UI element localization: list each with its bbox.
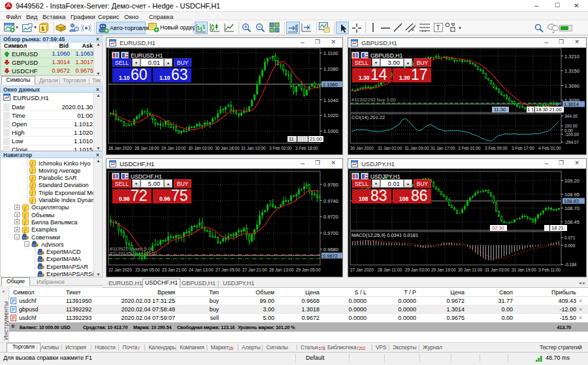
svg-text:02:30: 02:30	[492, 225, 504, 231]
svg-text:4 Feb 01:00: 4 Feb 01:00	[538, 146, 561, 150]
svg-text:T: T	[436, 24, 440, 31]
svg-text:11:30: 11:30	[494, 107, 506, 113]
svg-text:27 Jan 21:00: 27 Jan 21:00	[242, 268, 267, 272]
svg-text:-100.00: -100.00	[564, 132, 579, 137]
svg-text:344.00: 344.00	[564, 114, 578, 118]
svg-text:3 Feb 09:00: 3 Feb 09:00	[485, 146, 508, 150]
svg-text:29 Jan 05:00: 29 Jan 05:00	[296, 268, 321, 272]
svg-text:28 Jan 11:00: 28 Jan 11:00	[378, 268, 402, 272]
svg-text:31 Jan 17:00: 31 Jan 17:00	[431, 146, 455, 150]
svg-text:0.000: 0.000	[564, 243, 576, 248]
svg-text:1.1100: 1.1100	[323, 50, 338, 56]
svg-text:22 Jan 2020: 22 Jan 2020	[108, 268, 132, 272]
svg-text:23 Jan 05:00: 23 Jan 05:00	[135, 268, 160, 272]
svg-text:1 1: 1 1	[527, 107, 534, 113]
svg-text:31 Jan 09:00: 31 Jan 09:00	[404, 146, 429, 150]
svg-text:#11392292 buy 3.00: #11392292 buy 3.00	[351, 97, 396, 103]
svg-text:31 Jan 10:00: 31 Jan 10:00	[241, 146, 266, 150]
svg-text:1.1000: 1.1000	[323, 128, 338, 134]
svg-text:29 Jan 10:00: 29 Jan 10:00	[161, 146, 186, 150]
svg-text:30 Jan 02:00: 30 Jan 02:00	[188, 146, 213, 150]
svg-text:-0.184: -0.184	[564, 262, 577, 267]
svg-text:1.3210: 1.3210	[564, 54, 580, 60]
svg-text:21:00: 21:00	[310, 136, 322, 142]
svg-text:18:30 21:00: 18:30 21:00	[536, 107, 562, 113]
svg-text:29 Jan 03:00: 29 Jan 03:00	[405, 268, 430, 272]
svg-text:28 Jan 2020: 28 Jan 2020	[108, 146, 132, 150]
svg-text:MACD(12,26,9) 0.0341 0.0181: MACD(12,26,9) 0.0341 0.0181	[351, 232, 418, 238]
svg-text:1.3014: 1.3014	[564, 101, 579, 107]
svg-text:1.1040: 1.1040	[323, 97, 338, 103]
svg-text:11: 11	[289, 136, 294, 142]
svg-text:31 Jan 19:00: 31 Jan 19:00	[512, 268, 536, 272]
svg-text:$: $	[41, 26, 44, 32]
svg-text:109.20: 109.20	[564, 178, 580, 184]
svg-text:28 Jan 18:00: 28 Jan 18:00	[135, 146, 159, 150]
svg-text:27 Jan 05:00: 27 Jan 05:00	[216, 268, 240, 272]
svg-text:3 Feb 11:00: 3 Feb 11:00	[538, 268, 561, 272]
svg-text:27 Jan 2020: 27 Jan 2020	[350, 268, 374, 272]
svg-text:-294.07: -294.07	[564, 140, 579, 145]
svg-text:31 Jan 03:00: 31 Jan 03:00	[485, 268, 510, 272]
svg-text:30 Jan 2020: 30 Jan 2020	[350, 146, 374, 150]
svg-text:29 Jan 19:00: 29 Jan 19:00	[431, 268, 456, 272]
svg-text:0.9760: 0.9760	[323, 182, 338, 188]
svg-text:0.9740: 0.9740	[323, 198, 338, 204]
svg-text:108.83: 108.83	[564, 198, 579, 204]
svg-text:31 Jan 01:00: 31 Jan 01:00	[378, 146, 402, 150]
svg-text:108.45: 108.45	[564, 219, 580, 225]
svg-text:108.70: 108.70	[564, 205, 580, 211]
svg-text:0.9700: 0.9700	[323, 230, 338, 236]
svg-text:23 Jan 21:00: 23 Jan 21:00	[162, 268, 187, 272]
svg-text:CCI(14) 201.22: CCI(14) 201.22	[351, 114, 385, 120]
svg-text:1.3150: 1.3150	[564, 68, 580, 74]
svg-text:≠: ≠	[412, 27, 414, 32]
svg-text:0.9680: 0.9680	[323, 247, 338, 252]
svg-text:0.9672: 0.9672	[323, 253, 338, 259]
svg-text:3 Feb 18:00: 3 Feb 18:00	[295, 146, 318, 150]
svg-text:1.1060: 1.1060	[323, 82, 338, 88]
svg-text:0.071: 0.071	[564, 235, 576, 240]
svg-text:0.9720: 0.9720	[323, 214, 338, 220]
svg-text:30 Jan 11:00: 30 Jan 11:00	[458, 268, 482, 272]
svg-text:3 Feb 02:00: 3 Feb 02:00	[269, 146, 292, 150]
svg-text:3 Feb 01:00: 3 Feb 01:00	[458, 146, 481, 150]
svg-text:24 Jan 13:00: 24 Jan 13:00	[189, 268, 214, 272]
svg-text:18 21:: 18 21:	[551, 225, 565, 231]
svg-text:1.1020: 1.1020	[323, 113, 338, 118]
svg-text:1.3090: 1.3090	[564, 83, 580, 89]
svg-text:28 Jan 13:00: 28 Jan 13:00	[269, 268, 294, 272]
svg-text:3 Feb 17:00: 3 Feb 17:00	[512, 146, 534, 150]
svg-text:30 Jan 18:00: 30 Jan 18:00	[215, 146, 240, 150]
svg-text:1.1080: 1.1080	[323, 66, 338, 72]
svg-text:108.95: 108.95	[564, 192, 580, 198]
